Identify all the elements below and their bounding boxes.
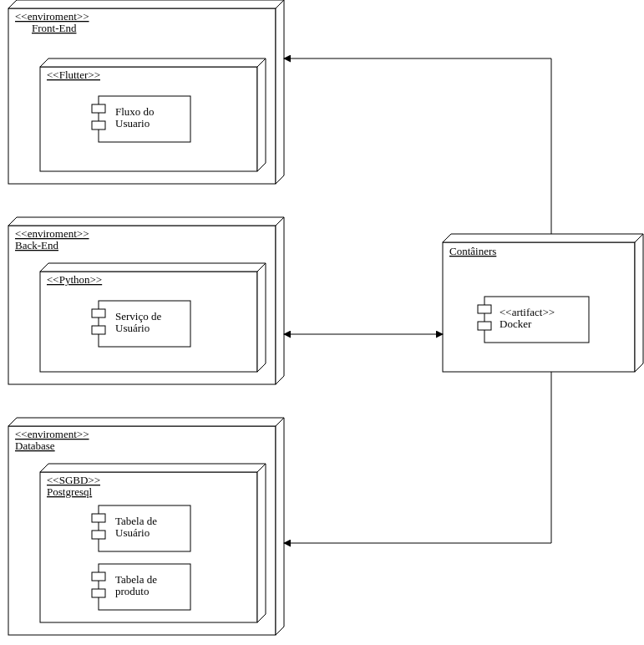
flutter-stereotype: <<Flutter>>	[47, 69, 100, 81]
docker-label: Docker	[499, 317, 532, 330]
node-frontend: <<enviroment>> Front-End <<Flutter>> Flu…	[8, 0, 284, 184]
component-servico-usuario: Serviço de Usuário	[92, 301, 190, 347]
tabela-produto-label-l2: produto	[115, 585, 149, 597]
svg-marker-10	[8, 217, 284, 226]
svg-marker-2	[276, 0, 284, 184]
database-stereotype: <<enviroment>>	[15, 428, 89, 440]
svg-marker-1	[8, 0, 284, 8]
svg-rect-29	[92, 589, 105, 597]
svg-rect-34	[478, 305, 491, 313]
svg-marker-14	[257, 263, 266, 372]
servico-usuario-label-l1: Serviço de	[115, 310, 161, 322]
frontend-title: Front-End	[32, 22, 77, 34]
svg-marker-5	[257, 58, 266, 171]
svg-marker-20	[276, 418, 284, 635]
svg-marker-22	[40, 464, 266, 472]
svg-marker-31	[443, 234, 643, 242]
backend-title: Back-End	[15, 239, 58, 251]
servico-usuario-label-l2: Usuário	[115, 322, 150, 334]
edge-containers-database	[284, 372, 551, 543]
tabela-usuario-label-l2: Usuário	[115, 526, 150, 539]
node-containers: Contâiners <<artifact>> Docker	[443, 234, 643, 372]
tabela-produto-label-l1: Tabela de	[115, 573, 157, 586]
svg-rect-26	[92, 531, 105, 539]
backend-stereotype: <<enviroment>>	[15, 227, 89, 240]
svg-rect-35	[478, 322, 491, 330]
deployment-diagram: <<enviroment>> Front-End <<Flutter>> Flu…	[0, 0, 644, 645]
svg-rect-16	[92, 309, 105, 317]
sgbd-stereotype: <<SGBD>>	[47, 474, 100, 486]
component-tabela-produto: Tabela de produto	[92, 564, 190, 610]
svg-rect-28	[92, 572, 105, 581]
fluxo-usuario-label-l2: Usuario	[115, 117, 150, 130]
svg-rect-25	[92, 514, 105, 522]
svg-marker-13	[40, 263, 266, 272]
svg-marker-4	[40, 58, 266, 67]
component-fluxo-usuario: Fluxo do Usuario	[92, 96, 190, 142]
svg-marker-32	[635, 234, 643, 372]
svg-rect-7	[92, 104, 105, 113]
component-tabela-usuario: Tabela de Usuário	[92, 505, 190, 551]
tabela-usuario-label-l1: Tabela de	[115, 515, 157, 527]
component-docker: <<artifact>> Docker	[478, 297, 589, 343]
svg-marker-11	[276, 217, 284, 384]
node-database: <<enviroment>> Database <<SGBD>> Postgre…	[8, 418, 284, 635]
fluxo-usuario-label-l1: Fluxo do	[115, 105, 155, 118]
python-stereotype: <<Python>>	[47, 273, 102, 286]
node-postgresql: <<SGBD>> Postgresql Tabela de Usuário Ta…	[40, 464, 266, 622]
svg-marker-23	[257, 464, 266, 622]
database-title: Database	[15, 439, 55, 452]
svg-rect-8	[92, 121, 105, 130]
frontend-stereotype: <<enviroment>>	[15, 10, 89, 23]
svg-rect-17	[92, 326, 105, 334]
node-python: <<Python>> Serviço de Usuário	[40, 263, 266, 372]
node-backend: <<enviroment>> Back-End <<Python>> Servi…	[8, 217, 284, 384]
svg-marker-19	[8, 418, 284, 426]
postgresql-title: Postgresql	[47, 485, 93, 498]
docker-stereotype: <<artifact>>	[499, 306, 555, 318]
node-flutter: <<Flutter>> Fluxo do Usuario	[40, 58, 266, 171]
edge-containers-frontend	[284, 58, 551, 234]
containers-title: Contâiners	[449, 245, 496, 257]
